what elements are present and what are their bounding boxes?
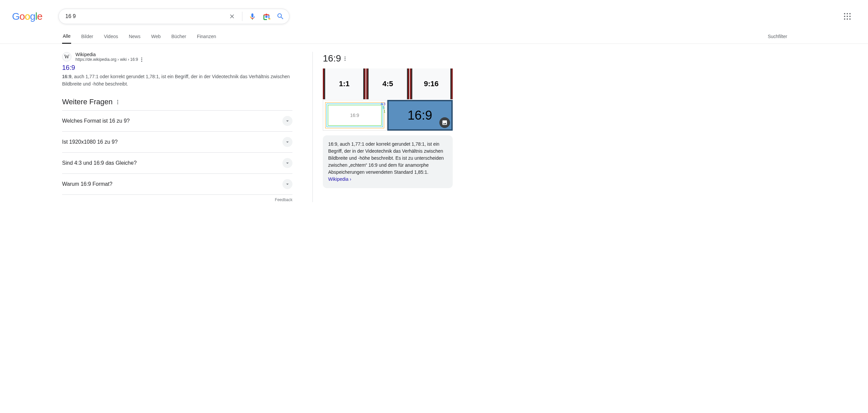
clear-icon[interactable] — [228, 12, 236, 20]
ratio-thumbnail[interactable]: 1:1 — [323, 68, 366, 99]
voice-search-icon[interactable] — [248, 12, 256, 20]
kp-title: 16:9 — [323, 53, 453, 64]
tab-finance[interactable]: Finanzen — [196, 30, 217, 43]
chevron-down-icon — [282, 179, 292, 189]
tab-videos[interactable]: Videos — [103, 30, 119, 43]
people-also-ask-heading: Weitere Fragen — [62, 97, 292, 106]
chevron-down-icon — [282, 137, 292, 147]
tab-books[interactable]: Bücher — [170, 30, 187, 43]
paa-question[interactable]: Warum 16:9 Format? — [62, 173, 292, 195]
tab-news[interactable]: News — [128, 30, 141, 43]
paa-question[interactable]: Welches Format ist 16 zu 9? — [62, 110, 292, 131]
chevron-down-icon — [282, 158, 292, 168]
search-box[interactable] — [58, 9, 289, 24]
paa-question[interactable]: Ist 1920x1080 16 zu 9? — [62, 131, 292, 152]
result-url: https://de.wikipedia.org › wiki › 16:9 — [75, 57, 142, 62]
ratio-diagram-thumbnail[interactable]: 16:9 4:3 5: 1 — [323, 100, 386, 131]
more-options-icon[interactable] — [344, 56, 345, 61]
ratio-thumbnail[interactable]: 9:16 — [410, 68, 453, 99]
kp-image-grid[interactable]: 1:1 4:5 9:16 16:9 4:3 5: 1 16:9 — [323, 68, 453, 131]
more-options-icon[interactable] — [141, 57, 142, 62]
tab-images[interactable]: Bilder — [81, 30, 94, 43]
search-filter-link[interactable]: Suchfilter — [767, 30, 788, 43]
result-source: Wikipedia — [75, 52, 142, 57]
kp-description: 16:9, auch 1,77:1 oder korrekt gerundet … — [323, 135, 453, 188]
knowledge-panel: 16:9 1:1 4:5 9:16 16:9 4:3 5: 1 1 — [312, 52, 453, 202]
wikipedia-favicon: W — [62, 52, 71, 61]
chevron-down-icon — [282, 116, 292, 126]
search-input[interactable] — [65, 13, 228, 19]
search-result: W Wikipedia https://de.wikipedia.org › w… — [62, 52, 292, 88]
apps-icon[interactable] — [841, 10, 853, 22]
paa-question[interactable]: Sind 4:3 und 16:9 das Gleiche? — [62, 152, 292, 173]
result-title-link[interactable]: 16:9 — [62, 64, 292, 71]
divider — [242, 12, 242, 21]
result-snippet: 16:9, auch 1,77:1 oder korrekt gerundet … — [62, 73, 292, 88]
search-tabs: Alle Bilder Videos News Web Bücher Finan… — [0, 24, 868, 44]
search-icon[interactable] — [276, 12, 284, 20]
image-gallery-icon[interactable] — [439, 117, 450, 128]
google-logo[interactable]: Google — [12, 11, 42, 22]
tab-web[interactable]: Web — [151, 30, 162, 43]
wikipedia-link[interactable]: Wikipedia › — [328, 176, 351, 182]
tab-all[interactable]: Alle — [62, 30, 71, 44]
more-options-icon[interactable] — [117, 100, 118, 104]
ratio-thumbnail[interactable]: 4:5 — [366, 68, 409, 99]
feedback-link[interactable]: Feedback — [62, 198, 292, 202]
image-search-icon[interactable] — [262, 12, 271, 20]
